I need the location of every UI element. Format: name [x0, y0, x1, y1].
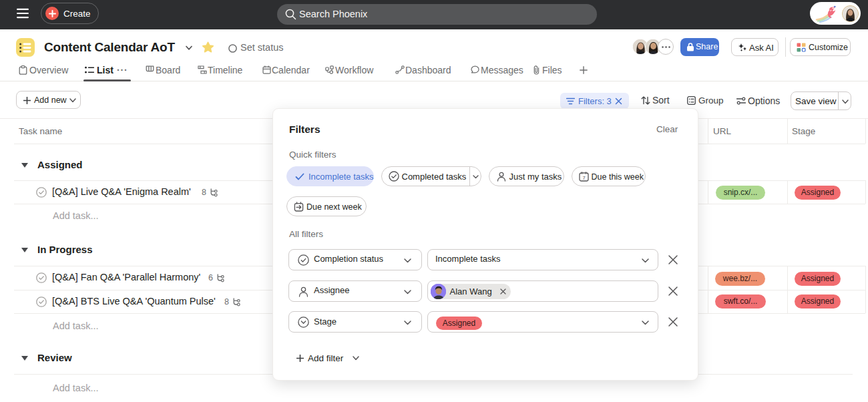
svg-text:7: 7 [582, 174, 585, 180]
